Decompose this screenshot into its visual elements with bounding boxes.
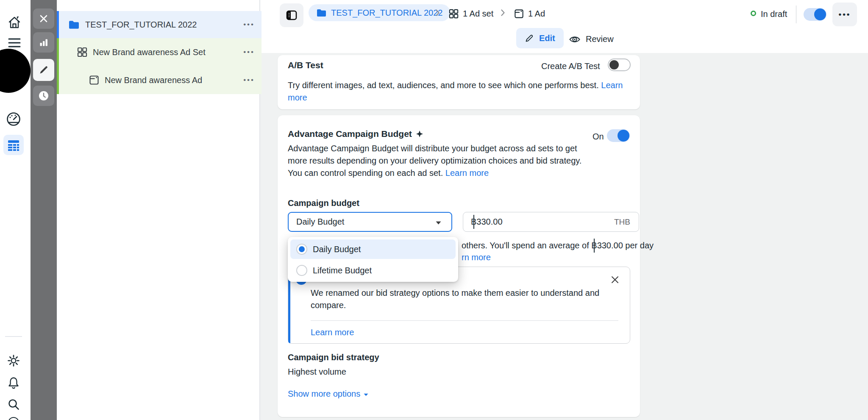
acb-toggle[interactable] [607,129,630,142]
tab-review[interactable]: Review [569,33,614,45]
ad-more-button[interactable]: ••• [243,76,255,84]
close-editor-button[interactable] [33,8,54,29]
acb-learn-more-link[interactable]: Learn more [445,168,489,178]
chevron-right-icon [435,9,440,17]
bar-chart-icon [38,37,49,48]
collapse-panel-button[interactable] [280,3,303,27]
campaign-budget-card: Advantage Campaign Budget On Advantage C… [278,115,640,417]
dropdown-option-label: Daily Budget [313,243,361,256]
header-divider [796,6,796,23]
ab-test-title: A/B Test [288,60,323,70]
breadcrumb-campaign[interactable]: TEST_FOR_TUTORIAL 2022 [309,4,450,21]
tab-edit-label: Edit [539,32,555,45]
notification-divider [311,320,618,321]
draft-status-label: In draft [761,8,787,20]
pencil-icon [525,33,534,43]
edit-mode-button[interactable] [33,59,54,81]
clock-icon [38,90,50,102]
notifications-bell-icon[interactable] [7,376,20,391]
ad-frame-icon [89,75,100,86]
show-more-options-link[interactable]: Show more options [288,388,368,400]
ab-learn-more-link-wrap[interactable]: more [288,92,307,104]
tree-row-campaign[interactable]: TEST_FOR_TUTORIAL 2022 ••• [57,11,262,38]
chevron-down-icon [436,221,441,225]
campaign-budget-label: Campaign budget [288,197,359,209]
create-ab-test-toggle[interactable] [608,58,631,71]
folder-icon [68,20,80,30]
pencil-icon [38,64,49,75]
tree-campaign-label: TEST_FOR_TUTORIAL 2022 [85,20,197,30]
tree-row-ad[interactable]: New Brand awareness Ad ••• [57,66,262,94]
create-ab-test-label: Create A/B Test [541,60,600,72]
adset-grid-icon [77,47,88,58]
tree-row-adset[interactable]: New Brand awareness Ad Set ••• [57,38,262,66]
ab-test-card: A/B Test Create A/B Test Try different i… [278,55,640,109]
header-more-button[interactable]: ••• [832,3,857,26]
chevron-down-icon [364,393,368,396]
baht-symbol: B [471,216,476,228]
acb-description-line2: more results depending on your delivery … [288,155,581,167]
breadcrumb-adset[interactable]: 1 Ad set [448,8,493,20]
acb-toggle-label: On [593,131,604,143]
tab-review-label: Review [586,33,614,45]
baht-symbol: B [591,239,597,252]
dropdown-option-daily-budget[interactable]: Daily Budget [290,239,456,259]
bid-strategy-value: Highest volume [288,366,346,378]
tab-edit[interactable]: Edit [516,28,564,48]
editor-toolbar [31,0,57,420]
help-icon-partial[interactable] [8,417,19,420]
toggle-knob [609,60,619,70]
currency-code: THB [614,216,630,228]
dropdown-option-label: Lifetime Budget [313,264,372,277]
home-icon[interactable] [7,15,22,31]
notification-learn-more-link[interactable]: Learn more [311,326,354,339]
ads-manager-gauge-icon[interactable] [6,111,22,129]
ads-manager-window: TEST_FOR_TUTORIAL 2022 ••• New Brand awa… [0,0,868,420]
acb-title-row: Advantage Campaign Budget [288,129,423,139]
acb-description-line3: You can control spending on each ad set.… [288,167,489,179]
budget-amount-input[interactable]: B330.00 THB [463,212,639,232]
campaign-active-toggle[interactable] [804,8,826,21]
performance-charts-button[interactable] [33,32,54,53]
breadcrumb-ad-label: 1 Ad [528,8,545,20]
history-button[interactable] [33,86,54,106]
spend-note-visible-fragment: others. You'll spend an average of B330.… [462,239,654,252]
budget-type-select[interactable]: Daily Budget [288,212,452,232]
panel-toggle-icon [286,9,298,21]
radio-selected-icon [296,244,307,255]
dropdown-option-lifetime-budget[interactable]: Lifetime Budget [290,261,456,280]
notification-body-line2: compare. [311,299,346,312]
more-dots-icon: ••• [839,10,851,19]
settings-gear-icon[interactable] [7,354,20,369]
adset-more-button[interactable]: ••• [243,48,255,56]
budget-type-value: Daily Budget [296,216,344,228]
rail-divider [5,336,22,337]
ab-learn-more-link[interactable]: Learn [601,81,623,90]
toggle-knob [618,130,629,142]
acb-title: Advantage Campaign Budget [288,129,412,139]
tree-ad-label: New Brand awareness Ad [105,75,202,85]
breadcrumb-ad[interactable]: 1 Ad [514,8,545,20]
campaign-tree-panel: TEST_FOR_TUTORIAL 2022 ••• New Brand awa… [57,0,260,420]
budget-type-dropdown-menu: Daily Budget Lifetime Budget [288,237,458,282]
budget-amount-value: B330.00 [471,216,503,228]
reporting-table-icon-active[interactable] [3,135,24,155]
notification-close-button[interactable] [610,275,620,284]
radio-unselected-icon [296,265,307,276]
breadcrumb-campaign-label: TEST_FOR_TUTORIAL 2022 [331,7,442,19]
adset-grid-icon [448,8,459,19]
eye-icon [569,35,581,44]
breadcrumb-adset-label: 1 Ad set [463,8,493,20]
sparkle-icon [416,130,423,138]
spend-note-learn-more-partial[interactable]: rn more [462,251,491,264]
chevron-right-icon [501,9,505,17]
search-icon[interactable] [7,398,20,412]
tree-adset-label: New Brand awareness Ad Set [93,47,206,57]
ab-test-description-line1: Try different images, ad text, audiences… [288,79,623,92]
campaign-more-button[interactable]: ••• [243,20,255,29]
draft-status-icon [751,11,756,16]
folder-icon [316,8,327,17]
acb-description-line1: Advantage Campaign Budget will distribut… [288,142,577,155]
notification-body-line1: We renamed our bid strategy options to m… [311,287,599,299]
bid-strategy-label: Campaign bid strategy [288,351,379,364]
